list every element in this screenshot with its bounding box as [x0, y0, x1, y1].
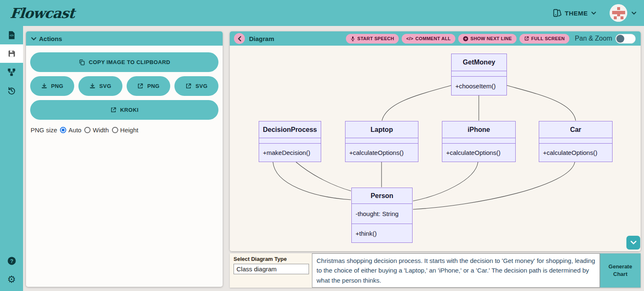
class-box-getmoney[interactable]: GetMoney +chooseItem() — [451, 54, 507, 95]
theme-label: THEME — [565, 10, 588, 17]
radio-auto[interactable] — [60, 127, 66, 133]
diagram-type-input[interactable] — [234, 264, 309, 274]
rail-item-code-file[interactable]: </> — [0, 26, 23, 44]
account-chevron-down-icon[interactable] — [631, 11, 636, 15]
diagram-panel-header: Diagram START SPEECH </> COMMENT ALL — [230, 31, 641, 46]
copy-image-label: COPY IMAGE TO CLIPBOARD — [89, 59, 170, 65]
flowchart-icon — [7, 68, 16, 77]
edge-iphone-person — [413, 162, 478, 201]
edge-decisionprocess-person-a — [273, 162, 351, 200]
settings-gear-icon: ⚙ — [7, 275, 16, 284]
external-link-icon — [185, 83, 192, 89]
class-attributes — [452, 71, 506, 77]
download-svg-label: SVG — [99, 83, 112, 89]
full-screen-button[interactable]: FULL SCREEN — [519, 34, 569, 44]
class-box-laptop[interactable]: Laptop +calculateOptions() — [345, 121, 418, 162]
external-link-icon — [110, 107, 117, 113]
edge-getmoney-car — [507, 85, 576, 121]
history-icon — [7, 86, 16, 95]
class-attributes — [442, 138, 515, 144]
class-methods: +calculateOptions() — [345, 144, 418, 162]
edge-getmoney-laptop — [382, 85, 451, 121]
radio-height[interactable] — [112, 127, 118, 133]
diagram-panel: Diagram START SPEECH </> COMMENT ALL — [230, 31, 641, 251]
kroki-button[interactable]: KROKI — [30, 100, 218, 120]
rail-item-help[interactable]: ? — [0, 252, 23, 270]
rail-item-settings[interactable]: ⚙ — [0, 270, 23, 288]
open-svg-button[interactable]: SVG — [174, 76, 218, 96]
class-attributes: -thought: String — [352, 204, 412, 224]
rail-item-save[interactable] — [0, 44, 23, 63]
avatar[interactable] — [610, 4, 627, 22]
class-title: Laptop — [345, 121, 418, 138]
download-png-label: PNG — [51, 83, 63, 89]
generate-chart-button[interactable]: Generate Chart — [600, 253, 641, 288]
edge-decisionprocess-person-b — [296, 162, 351, 191]
svg-text:?: ? — [10, 258, 13, 264]
arrow-circle-icon — [463, 36, 468, 41]
class-title: DecisionProcess — [259, 121, 321, 138]
help-icon: ? — [7, 256, 16, 265]
app-header: Flowcast THEME — [0, 0, 644, 26]
actions-panel-title: Actions — [39, 35, 62, 42]
download-png-button[interactable]: PNG — [30, 76, 74, 96]
class-title: Person — [352, 188, 412, 204]
show-next-line-button[interactable]: SHOW NEXT LINE — [458, 34, 517, 44]
class-title: iPhone — [442, 121, 515, 138]
png-size-options: PNG size Auto Width Height — [31, 126, 223, 134]
description-textarea[interactable]: Christmas shopping decision process. It … — [312, 253, 600, 288]
class-methods: +calculateOptions() — [442, 144, 515, 162]
mic-icon — [351, 36, 355, 41]
theme-palette-icon — [552, 8, 561, 18]
class-methods: +chooseItem() — [452, 77, 506, 95]
actions-panel-header[interactable]: Actions — [26, 31, 223, 46]
class-attributes — [259, 138, 321, 144]
radio-width[interactable] — [84, 127, 91, 133]
class-title: GetMoney — [452, 54, 506, 71]
generator-form: Select Diagram Type Christmas shopping d… — [230, 253, 641, 288]
actions-panel: Actions COPY IMAGE TO CLIPBOARD PNG — [26, 31, 223, 287]
class-box-person[interactable]: Person -thought: String +think() — [351, 188, 413, 243]
download-icon — [89, 83, 96, 89]
external-link-icon — [137, 83, 143, 89]
code-icon: </> — [406, 36, 413, 41]
png-size-option-auto[interactable]: Auto — [60, 126, 81, 134]
pan-zoom-label: Pan & Zoom — [575, 35, 612, 42]
open-svg-label: SVG — [195, 83, 208, 89]
back-button[interactable] — [234, 33, 245, 44]
chevron-down-icon — [591, 11, 596, 15]
copy-image-button[interactable]: COPY IMAGE TO CLIPBOARD — [30, 52, 218, 72]
class-title: Car — [539, 121, 612, 138]
class-methods: +think() — [352, 224, 412, 242]
start-speech-button[interactable]: START SPEECH — [346, 34, 399, 44]
class-box-car[interactable]: Car +calculateOptions() — [539, 121, 613, 162]
open-png-button[interactable]: PNG — [127, 76, 171, 96]
class-box-iphone[interactable]: iPhone +calculateOptions() — [442, 121, 516, 162]
toggle-knob — [616, 35, 624, 43]
class-attributes — [539, 138, 612, 144]
fullscreen-icon — [524, 36, 529, 41]
diagram-canvas[interactable]: GetMoney +chooseItem() DecisionProcess +… — [230, 46, 641, 251]
svg-text:</>: </> — [10, 34, 14, 37]
diagram-panel-title: Diagram — [249, 35, 274, 42]
collapse-chevron-icon — [31, 37, 36, 41]
copy-icon — [78, 59, 85, 66]
open-png-label: PNG — [147, 83, 159, 89]
scroll-down-button[interactable] — [626, 236, 640, 250]
left-icon-rail: </> — [0, 26, 23, 291]
pan-zoom-toggle[interactable] — [615, 34, 636, 44]
diagram-type-box: Select Diagram Type — [230, 253, 312, 288]
diagram-type-label: Select Diagram Type — [234, 256, 309, 262]
theme-menu-button[interactable]: THEME — [552, 8, 596, 18]
png-size-option-width[interactable]: Width — [84, 126, 109, 134]
png-size-option-height[interactable]: Height — [112, 126, 138, 134]
download-svg-button[interactable]: SVG — [78, 76, 122, 96]
comment-all-button[interactable]: </> COMMENT ALL — [402, 34, 455, 44]
class-methods: +calculateOptions() — [539, 144, 612, 162]
rail-item-flowchart[interactable] — [0, 63, 23, 81]
file-code-icon: </> — [8, 31, 16, 40]
edge-car-person — [413, 162, 575, 209]
kroki-label: KROKI — [120, 107, 139, 113]
class-box-decisionprocess[interactable]: DecisionProcess +makeDecision() — [259, 121, 321, 162]
rail-item-history[interactable] — [0, 81, 23, 100]
